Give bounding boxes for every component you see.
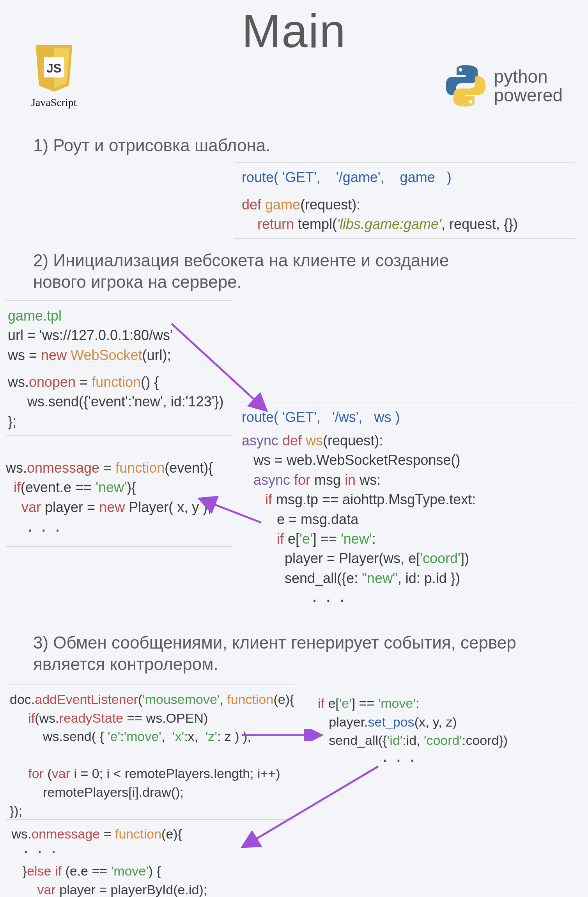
divider bbox=[6, 435, 232, 436]
code-route-game: route( 'GET', '/game', game ) bbox=[242, 168, 452, 187]
code-js-elseif: }else if (e.e == 'move') { var player = … bbox=[8, 862, 207, 897]
ellipsis: ··· bbox=[370, 749, 423, 770]
code-route-ws: route( 'GET', '/ws', ws ) bbox=[242, 408, 400, 427]
divider bbox=[234, 162, 575, 163]
section-1-title: 1) Роут и отрисовка шаблона. bbox=[33, 135, 271, 156]
code-py-async: async def ws(request): ws = web.WebSocke… bbox=[242, 431, 476, 588]
divider bbox=[234, 402, 577, 402]
divider bbox=[6, 546, 232, 547]
javascript-logo: JS JavaScript bbox=[31, 45, 77, 109]
divider bbox=[6, 684, 294, 685]
divider bbox=[234, 238, 575, 239]
svg-point-3 bbox=[469, 100, 472, 104]
python-label: python powered bbox=[494, 67, 563, 105]
code-js-onmessage: ws.onmessage = function(event){ if(event… bbox=[6, 458, 213, 517]
python-logo: python powered bbox=[444, 64, 563, 107]
python-label-line2: powered bbox=[494, 86, 563, 105]
python-label-line1: python bbox=[494, 67, 563, 86]
section-3-title: 3) Обмен сообщениями, клиент генерирует … bbox=[33, 632, 540, 675]
ellipsis: ··· bbox=[12, 840, 65, 862]
divider bbox=[6, 367, 232, 367]
code-def-game: def game(request): return templ('libs.ga… bbox=[242, 195, 518, 234]
python-icon bbox=[444, 64, 487, 107]
code-py-move: if e['e'] == 'move': player.set_pos(x, y… bbox=[318, 694, 508, 750]
javascript-label: JavaScript bbox=[31, 96, 77, 109]
divider bbox=[6, 819, 294, 820]
ellipsis: ··· bbox=[300, 589, 353, 610]
code-js-mousemove: doc.addEventListener('mousemove', functi… bbox=[10, 690, 294, 820]
svg-point-2 bbox=[459, 68, 462, 72]
js-shield-icon: JS bbox=[34, 45, 74, 92]
svg-text:JS: JS bbox=[46, 62, 61, 75]
section-2-title: 2) Инициализация вебсокета на клиенте и … bbox=[33, 250, 501, 292]
ellipsis: ··· bbox=[16, 519, 69, 540]
code-game-tpl: game.tpl url = 'ws://127.0.0.1:80/ws' ws… bbox=[8, 306, 173, 365]
divider bbox=[6, 300, 232, 301]
page-title: Main bbox=[0, 0, 588, 58]
code-js-onopen: ws.onopen = function() { ws.send({'event… bbox=[8, 372, 224, 431]
